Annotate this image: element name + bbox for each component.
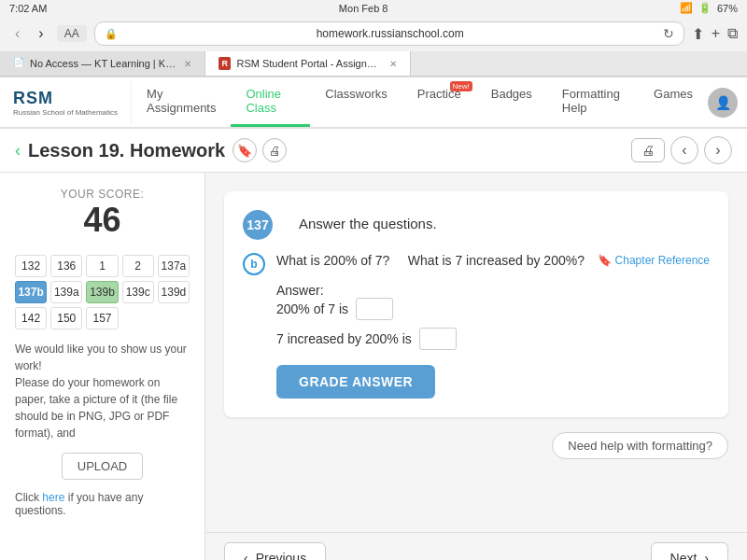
status-time: 7:02 AM [9,3,47,14]
tab1-close[interactable]: ✕ [184,59,191,69]
prev-chevron-icon: ‹ [244,551,248,560]
lesson-back-btn[interactable]: ‹ [15,141,21,161]
tabs-btn[interactable]: ⧉ [727,25,738,43]
next-btn[interactable]: Next › [651,542,728,560]
chapter-ref-btn[interactable]: 🔖 Chapter Reference [598,254,710,267]
browser-back-btn[interactable]: ‹ [9,23,25,44]
lesson-title-area: ‹ Lesson 19. Homework 🔖 🖨 [15,138,287,162]
problem-1[interactable]: 1 [86,255,118,277]
status-day: Mon Feb 8 [339,3,388,14]
tab-1[interactable]: 📄 No Access — KT Learning | Khan's Tutor… [0,51,205,76]
main-content: YOUR SCORE: 46 132 136 1 2 137a 137b 139… [0,173,747,560]
click-here-link[interactable]: here [42,491,64,504]
logo-sub: Russian School of Mathematics [13,108,118,117]
browser-forward-btn[interactable]: › [33,23,49,44]
refresh-icon[interactable]: ↻ [663,26,674,41]
score-label: YOUR SCORE: [15,188,190,201]
tab2-favicon: R [218,57,231,70]
sub-content: What is 200% of 7? What is 7 increased b… [276,253,710,399]
tab2-close[interactable]: ✕ [389,59,397,69]
nav-my-assignments[interactable]: My Assignments [132,77,231,127]
browser-chrome: ‹ › AA 🔒 homework.russianschool.com ↻ ⬆ … [0,16,747,77]
problem-139d[interactable]: 139d [158,281,190,303]
nav-games[interactable]: Games [639,77,708,127]
prev-btn[interactable]: ‹ Previous [224,542,326,560]
answer-line-2: 7 increased by 200% is [276,328,710,350]
print-icon-btn[interactable]: 🖨 [262,138,287,162]
upload-instruction-text: We would like you to show us your work! … [15,341,190,441]
share-btn[interactable]: ⬆ [692,25,704,43]
nav-badges[interactable]: Badges [476,77,547,127]
nav-practice[interactable]: Practice New! [402,77,476,127]
problem-157[interactable]: 157 [86,307,118,329]
sub-label-b: b [243,253,265,275]
content-area: 137 Answer the questions. b What is 200%… [205,173,747,532]
nav-classworks[interactable]: Classworks [310,77,402,127]
problem-137b[interactable]: 137b [15,281,47,303]
problem-139b[interactable]: 139b [86,281,118,303]
bookmark-icon-btn[interactable]: 🔖 [233,138,257,162]
battery-level: 67% [717,3,738,14]
tab-2[interactable]: R RSM Student Portal - Assignment ✕ [205,51,411,76]
new-badge: New! [450,81,472,91]
question-number: 137 [243,210,273,240]
nav-online-class[interactable]: Online Class [231,77,310,127]
tab1-favicon: 📄 [13,57,24,70]
print-btn[interactable]: 🖨 [631,138,665,162]
user-avatar[interactable]: 👤 [708,88,738,118]
lock-icon: 🔒 [105,28,118,40]
answer-input-1[interactable] [356,298,393,320]
new-tab-btn[interactable]: + [712,25,720,43]
bottom-nav: ‹ Previous Next › [205,532,747,560]
question-instruction: Answer the questions. [299,210,710,231]
help-formatting: Need help with formatting? [224,432,728,459]
problem-150[interactable]: 150 [50,307,82,329]
tabs-bar: 📄 No Access — KT Learning | Khan's Tutor… [0,51,747,77]
url-bar[interactable]: 🔒 homework.russianschool.com ↻ [94,21,684,46]
answer-input-2[interactable] [419,328,457,350]
answer-line1-prefix: 200% of 7 is [276,301,348,316]
problem-139a[interactable]: 139a [50,281,82,303]
help-formatting-btn[interactable]: Need help with formatting? [552,432,728,459]
problem-137a[interactable]: 137a [158,255,190,277]
site-nav: My Assignments Online Class Classworks P… [132,77,708,127]
upload-btn[interactable]: UPLOAD [62,453,143,480]
content-wrapper: 137 Answer the questions. b What is 200%… [205,173,747,560]
score-section: YOUR SCORE: 46 [15,188,190,240]
problem-139c[interactable]: 139c [122,281,154,303]
lesson-header: ‹ Lesson 19. Homework 🔖 🖨 🖨 ‹ › [0,129,747,173]
lesson-title: Lesson 19. Homework [28,140,225,161]
chapter-ref-label: Chapter Reference [615,254,710,267]
reader-mode-btn[interactable]: AA [57,25,87,42]
score-value: 46 [15,201,190,240]
status-bar: 7:02 AM Mon Feb 8 📶 🔋 67% [0,0,747,16]
lesson-prev-btn[interactable]: ‹ [670,136,698,164]
question-part1: What is 200% of 7? [276,253,389,268]
nav-formatting-help[interactable]: Formatting Help [547,77,639,127]
answer-label: Answer: [276,283,324,298]
tab1-label: No Access — KT Learning | Khan's Tutoria… [30,58,178,69]
prev-btn-label: Previous [256,551,306,560]
url-text: homework.russianschool.com [123,27,657,40]
next-btn-label: Next [670,551,698,560]
answer-line2-prefix: 7 increased by 200% is [276,331,412,346]
logo-text: RSM [13,89,118,108]
wifi-icon: 📶 [680,2,693,14]
problem-136[interactable]: 136 [50,255,82,277]
problem-2[interactable]: 2 [122,255,154,277]
click-here-text: Click here if you have any questions. [15,491,190,517]
click-prefix: Click [15,491,42,504]
problems-grid: 132 136 1 2 137a 137b 139a 139b 139c 139… [15,255,190,329]
problem-132[interactable]: 132 [15,255,47,277]
question-part2: What is 7 increased by 200%? [408,253,585,268]
tab2-label: RSM Student Portal - Assignment [236,58,384,69]
question-card: 137 Answer the questions. b What is 200%… [224,191,728,417]
grade-answer-btn[interactable]: GRADE ANSWER [276,365,435,399]
next-chevron-icon: › [704,551,709,560]
lesson-next-btn[interactable]: › [704,136,732,164]
site-logo[interactable]: RSM Russian School of Mathematics [0,81,132,124]
question-sub-b: b What is 200% of 7? What is 7 increased… [243,253,710,399]
sidebar: YOUR SCORE: 46 132 136 1 2 137a 137b 139… [0,173,205,560]
problem-142[interactable]: 142 [15,307,47,329]
answer-line-1: 200% of 7 is [276,298,710,320]
